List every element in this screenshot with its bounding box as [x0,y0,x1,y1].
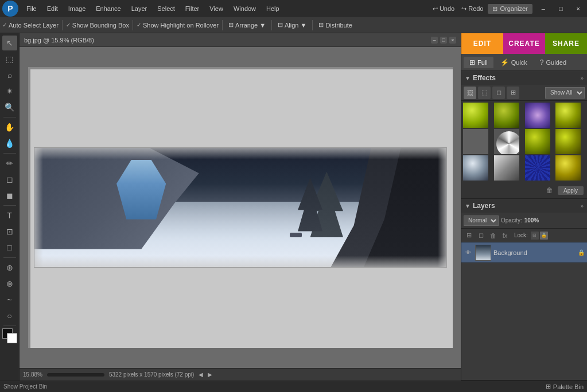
menu-select[interactable]: Select [153,4,180,13]
foreground-color[interactable] [2,328,17,343]
canvas-title: bg.jpg @ 15.9% (RGB/8) [24,37,94,44]
lock-transparent-icon[interactable]: ⊟ [531,232,539,240]
effect-thumb-3[interactable] [525,103,550,128]
smudge-tool[interactable]: ~ [2,292,17,307]
effects-icon-filters[interactable]: 🖼 [464,87,476,99]
effect-thumb-1[interactable] [463,103,488,128]
toolbar: ✓ Auto Select Layer ✓ Show Bounding Box … [0,17,587,33]
hand-tool[interactable]: ✋ [2,120,17,135]
highlight-check[interactable]: ✓ Show Highlight on Rollover [137,22,219,29]
effect-thumb-5[interactable] [463,129,488,154]
rectangle-tool[interactable]: □ [2,240,17,255]
lasso-tool[interactable]: ⌕ [2,68,17,83]
effect-thumb-8[interactable] [555,129,581,154]
auto-select-check[interactable]: ✓ Auto Select Layer [2,22,59,29]
effects-delete-button[interactable]: 🗑 [546,186,553,194]
effects-icon-more[interactable]: ⊞ [507,87,519,99]
scroll-right[interactable]: ▶ [208,371,212,378]
undo-button[interactable]: ↩ Undo [433,5,454,13]
effect-thumb-7[interactable] [525,129,550,154]
menu-file[interactable]: File [22,4,41,13]
layer-visibility-eye[interactable]: 👁 [464,248,473,257]
effect-thumb-11[interactable] [525,155,550,181]
canvas-header: bg.jpg @ 15.9% (RGB/8) – □ × [20,33,461,47]
toolbar-sep-2 [133,20,133,30]
effect-thumb-12[interactable] [555,155,581,181]
effects-apply-button[interactable]: Apply [558,186,584,195]
effects-icon-photo-effects[interactable]: ◻ [492,87,505,99]
layer-group-button[interactable]: ◻ [476,230,486,241]
healing-tool[interactable]: ⊕ [2,260,17,275]
opacity-value: 100% [524,217,539,224]
type-tool[interactable]: T [2,208,17,223]
layer-style-button[interactable]: fx [500,230,510,241]
align-button[interactable]: ⊟ Align ▼ [275,21,309,29]
layers-more[interactable]: » [580,203,584,209]
effect-thumb-4[interactable] [555,103,581,128]
effect-thumb-6[interactable] [494,129,519,154]
effect-thumb-9[interactable] [463,155,488,181]
clone-tool[interactable]: ⊛ [2,276,17,291]
show-project-bin[interactable]: Show Project Bin [3,383,47,390]
canvas-close[interactable]: × [449,37,456,44]
lock-pixels-icon[interactable]: 🔒 [540,232,548,240]
arrange-button[interactable]: ⊞ Arrange ▼ [226,21,268,29]
layers-header[interactable]: ▼ Layers » [461,199,587,213]
edit-tab[interactable]: EDIT [461,33,503,54]
menu-layer[interactable]: Layer [127,4,152,13]
menu-filter[interactable]: Filter [181,4,204,13]
opacity-label: Opacity: [501,217,522,224]
maximize-button[interactable]: □ [554,4,567,13]
organizer-button[interactable]: ⊞ Organizer [488,4,532,14]
menu-image[interactable]: Image [64,4,91,13]
effect-thumb-10[interactable] [494,155,519,181]
zoom-tool[interactable]: 🔍 [2,100,17,115]
move-tool[interactable]: ↖ [2,36,17,50]
effect-thumb-2[interactable] [494,103,519,128]
menu-edit[interactable]: Edit [42,4,63,13]
marquee-tool[interactable]: ⬚ [2,52,17,66]
canvas-workspace[interactable] [20,47,461,368]
toolbar-sep-5 [312,20,313,30]
effects-more[interactable]: » [580,75,584,81]
layers-section: ▼ Layers » Normal Opacity: 100% ⊞ ◻ 🗑 fx… [461,199,587,381]
share-tab[interactable]: SHARE [545,33,587,54]
menu-help[interactable]: Help [262,4,284,13]
blend-mode-select[interactable]: Normal [464,215,499,226]
canvas-minimize[interactable]: – [431,37,438,44]
app-logo: P [2,1,18,17]
dodge-tool[interactable]: ○ [2,308,17,323]
canvas-maximize[interactable]: □ [440,37,447,44]
menu-enhance[interactable]: Enhance [91,4,125,13]
layers-list: 👁 Background 🔒 [461,242,587,380]
full-tab[interactable]: ⊞ Full [464,57,493,68]
layer-item-background[interactable]: 👁 Background 🔒 [461,242,587,263]
magic-wand-tool[interactable]: ✴ [2,84,17,99]
eraser-tool[interactable]: ◻ [2,172,17,187]
quick-tab[interactable]: ⚡ Quick [495,57,533,68]
effects-header[interactable]: ▼ Effects » [461,71,587,85]
guided-tab[interactable]: ? Guided [534,57,572,68]
menu-view[interactable]: View [205,4,228,13]
layer-new-button[interactable]: ⊞ [464,230,474,241]
tool-sep-4 [3,257,16,258]
eyedropper-tool[interactable]: 💧 [2,136,17,151]
status-bar-progress [47,373,104,377]
distribute-button[interactable]: ⊞ Distribute [316,21,354,29]
effects-icon-layer-styles[interactable]: ⬚ [478,87,491,99]
palette-bin-button[interactable]: ⊞ Palette Bin [546,383,584,390]
menu-window[interactable]: Window [229,4,261,13]
toolbar-sep-3 [222,20,223,30]
scroll-left[interactable]: ◀ [199,371,203,378]
create-tab[interactable]: CREATE [503,33,545,54]
paint-bucket-tool[interactable]: ◼ [2,188,17,203]
effects-category-select[interactable]: Show All [545,87,585,99]
close-button[interactable]: × [572,4,585,13]
minimize-button[interactable]: – [537,4,550,13]
bounding-box-check[interactable]: ✓ Show Bounding Box [66,22,129,29]
redo-button[interactable]: ↪ Redo [461,5,483,13]
layer-delete-button[interactable]: 🗑 [488,230,498,241]
brush-tool[interactable]: ✏ [2,156,17,171]
layer-icons-row: ⊞ ◻ 🗑 fx Lock: ⊟ 🔒 [461,229,587,242]
crop-tool[interactable]: ⊡ [2,224,17,239]
